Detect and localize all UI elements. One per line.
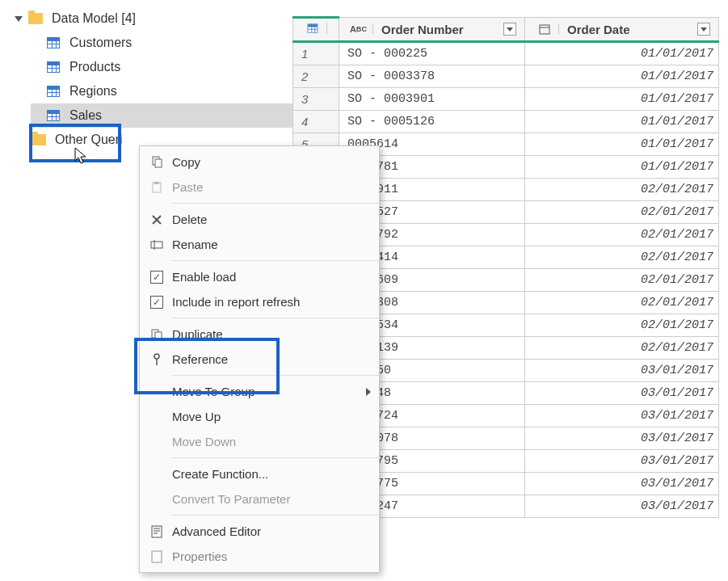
menu-label: Reference: [172, 352, 228, 366]
column-header-order-number[interactable]: ABC Order Number: [339, 18, 525, 42]
query-label: Sales: [69, 108, 102, 123]
query-customers[interactable]: Customers: [31, 31, 292, 55]
cell-order-date[interactable]: 02/01/2017: [525, 224, 719, 246]
cell-order-date[interactable]: 01/01/2017: [525, 42, 719, 65]
menu-reference[interactable]: Reference: [140, 347, 379, 372]
svg-rect-0: [540, 25, 549, 34]
menu-paste: Paste: [140, 175, 379, 200]
cell-order-date[interactable]: 02/01/2017: [525, 337, 719, 360]
table-row[interactable]: 2SO - 000337801/01/2017: [293, 65, 719, 88]
cell-order-number[interactable]: SO - 0003378: [339, 65, 525, 88]
menu-label: Include in report refresh: [172, 295, 300, 309]
column-filter-button[interactable]: [697, 23, 710, 36]
cell-order-date[interactable]: 03/01/2017: [525, 382, 719, 405]
menu-rename[interactable]: Rename: [140, 232, 379, 257]
folder-icon: [27, 12, 44, 25]
menu-label: Advanced Editor: [172, 524, 261, 538]
svg-rect-11: [155, 332, 162, 340]
cell-order-date[interactable]: 03/01/2017: [525, 495, 719, 518]
cell-order-date[interactable]: 02/01/2017: [525, 292, 719, 314]
query-label: Products: [69, 60, 120, 74]
query-regions[interactable]: Regions: [31, 79, 292, 103]
column-label: Order Date: [567, 23, 630, 36]
menu-label: Duplicate: [172, 327, 223, 341]
menu-label: Move To Group: [172, 385, 255, 398]
menu-label: Move Up: [172, 410, 221, 423]
cell-order-number[interactable]: SO - 000225: [339, 42, 525, 65]
cell-order-date[interactable]: 01/01/2017: [525, 156, 719, 179]
menu-copy[interactable]: Copy: [140, 149, 379, 175]
menu-convert-parameter: Convert To Parameter: [140, 486, 379, 512]
menu-properties[interactable]: Properties: [140, 544, 379, 569]
menu-delete[interactable]: Delete: [140, 207, 379, 232]
row-index: 3: [293, 88, 339, 111]
row-index-header[interactable]: [293, 18, 339, 42]
menu-move-to-group[interactable]: Move To Group: [140, 379, 379, 404]
cell-order-date[interactable]: 03/01/2017: [525, 450, 719, 473]
cell-order-date[interactable]: 01/01/2017: [525, 133, 719, 156]
cell-order-date[interactable]: 02/01/2017: [525, 314, 719, 337]
cell-order-date[interactable]: 02/01/2017: [525, 269, 719, 292]
rename-icon: [146, 239, 167, 251]
checkbox-checked-icon: ✓: [146, 296, 167, 309]
table-row[interactable]: 1SO - 00022501/01/2017: [293, 42, 719, 65]
menu-move-up[interactable]: Move Up: [140, 404, 379, 429]
svg-rect-5: [154, 182, 159, 184]
cell-order-date[interactable]: 02/01/2017: [525, 201, 719, 224]
folder-icon: [31, 133, 47, 146]
query-products[interactable]: Products: [31, 55, 292, 79]
query-label: Regions: [69, 84, 117, 99]
collapse-icon: [15, 16, 23, 22]
delete-icon: [146, 214, 167, 225]
reference-icon: [146, 353, 167, 366]
menu-enable-load[interactable]: ✓ Enable load: [140, 264, 379, 289]
cell-order-date[interactable]: 03/01/2017: [525, 427, 719, 450]
cell-order-date[interactable]: 03/01/2017: [525, 360, 719, 382]
cell-order-date[interactable]: 01/01/2017: [525, 88, 719, 111]
row-index: 1: [293, 42, 339, 65]
folder-data-model[interactable]: Data Model [4]: [0, 6, 292, 31]
copy-icon: [146, 156, 167, 169]
menu-label: Properties: [172, 549, 227, 563]
cell-order-date[interactable]: 03/01/2017: [525, 473, 719, 495]
cell-order-number[interactable]: SO - 0003901: [339, 88, 525, 111]
cell-order-date[interactable]: 03/01/2017: [525, 405, 719, 427]
menu-advanced-editor[interactable]: Advanced Editor: [140, 519, 379, 544]
cell-order-date[interactable]: 01/01/2017: [525, 65, 719, 88]
column-filter-button[interactable]: [503, 23, 516, 36]
table-icon: [301, 23, 327, 34]
svg-rect-16: [152, 551, 162, 562]
context-menu: Copy Paste Delete Rename ✓ Enable load ✓…: [139, 145, 380, 573]
folder-label: Other Queri: [55, 133, 123, 147]
menu-label: Enable load: [172, 270, 236, 284]
duplicate-icon: [146, 328, 167, 341]
query-sales[interactable]: Sales: [31, 103, 292, 128]
properties-icon: [146, 550, 167, 563]
cell-order-date[interactable]: 02/01/2017: [525, 246, 719, 269]
text-type-icon: ABC: [347, 24, 373, 34]
menu-label: Paste: [172, 180, 203, 194]
table-row[interactable]: 3SO - 000390101/01/2017: [293, 88, 719, 111]
cell-order-date[interactable]: 01/01/2017: [525, 111, 719, 133]
cell-order-number[interactable]: SO - 0005126: [339, 111, 525, 133]
menu-create-function[interactable]: Create Function...: [140, 461, 379, 486]
table-icon: [45, 36, 61, 49]
svg-rect-12: [152, 526, 162, 537]
query-label: Customers: [69, 36, 132, 50]
menu-duplicate[interactable]: Duplicate: [140, 322, 379, 347]
menu-label: Copy: [172, 155, 200, 169]
menu-label: Convert To Parameter: [172, 492, 290, 506]
svg-rect-8: [151, 242, 162, 248]
folder-label: Data Model [4]: [52, 11, 136, 26]
submenu-arrow-icon: [366, 388, 371, 396]
row-index: 4: [293, 111, 339, 133]
svg-rect-3: [155, 159, 162, 167]
row-index: 2: [293, 65, 339, 88]
menu-label: Create Function...: [172, 467, 268, 481]
cell-order-date[interactable]: 02/01/2017: [525, 179, 719, 201]
menu-label: Rename: [172, 238, 218, 251]
column-header-order-date[interactable]: Order Date: [525, 18, 719, 42]
menu-include-refresh[interactable]: ✓ Include in report refresh: [140, 289, 379, 314]
paste-icon: [146, 181, 167, 194]
table-row[interactable]: 4SO - 000512601/01/2017: [293, 111, 719, 133]
